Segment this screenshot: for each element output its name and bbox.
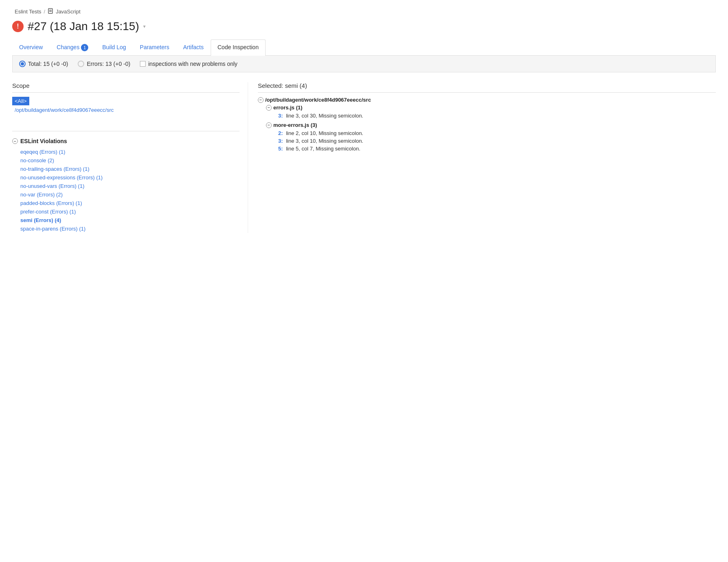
tree-issue: 3: line 3, col 10, Missing semicolon. (278, 137, 716, 145)
violation-item[interactable]: no-var (Errors) (2) (12, 190, 240, 199)
tabs-bar: Overview Changes1 Build Log Parameters A… (12, 39, 716, 56)
issue-line-number: 3: (278, 113, 283, 119)
issue-line-number: 5: (278, 146, 283, 152)
breadcrumb-part2: JavaScript (56, 9, 81, 15)
violation-item[interactable]: space-in-parens (Errors) (1) (12, 224, 240, 233)
tree-file-errors: − errors.js (1) 3: line 3, col 30, Missi… (266, 105, 716, 120)
violations-section: − ESLint Violations eqeqeq (Errors) (1) … (12, 131, 240, 233)
violation-item-semi[interactable]: semi (Errors) (4) (12, 216, 240, 224)
issue-text: line 3, col 10, Missing semicolon. (286, 138, 363, 144)
total-label: Total: 15 (+0 -0) (28, 61, 68, 67)
violations-list: eqeqeq (Errors) (1) no-console (2) no-tr… (12, 148, 240, 233)
tree-file-more-errors-collapse-icon[interactable]: − (266, 122, 272, 128)
tree-issue: 2: line 2, col 10, Missing semicolon. (278, 129, 716, 137)
tree-issue: 3: line 3, col 30, Missing semicolon. (278, 112, 716, 120)
new-problems-checkbox[interactable] (140, 61, 146, 67)
page-title: #27 (18 Jan 18 15:15) (28, 20, 139, 33)
svg-rect-4 (48, 9, 52, 13)
filter-bar: Total: 15 (+0 -0) Errors: 13 (+0 -0) ins… (12, 56, 716, 72)
tree-issue: 5: line 5, col 7, Missing semicolon. (278, 145, 716, 152)
violation-item[interactable]: no-unused-vars (Errors) (1) (12, 182, 240, 190)
scope-all-item[interactable]: <All> (12, 97, 29, 105)
violation-item[interactable]: padded-blocks (Errors) (1) (12, 199, 240, 207)
left-panel: Scope <All> /opt/buildagent/work/ce8f4d9… (12, 82, 248, 233)
violations-title: ESLint Violations (20, 138, 67, 144)
breadcrumb: Eslint Tests / JavaScript (12, 8, 716, 15)
changes-badge: 1 (81, 44, 88, 51)
errors-radio[interactable] (78, 61, 84, 67)
total-radio[interactable] (19, 61, 26, 67)
errors-label: Errors: 13 (+0 -0) (87, 61, 130, 67)
tree-file-errors-collapse-icon[interactable]: − (266, 105, 272, 111)
file-icon (48, 8, 53, 15)
inspection-tree: − /opt/buildagent/work/ce8f4d9067eeecc/s… (258, 97, 716, 152)
tree-file-more-errors-header: − more-errors.js (3) (266, 122, 716, 128)
tab-artifacts[interactable]: Artifacts (176, 39, 211, 55)
issue-text: line 2, col 10, Missing semicolon. (286, 130, 363, 136)
violations-header: − ESLint Violations (12, 131, 240, 144)
violation-item[interactable]: no-unused-expressions (Errors) (1) (12, 173, 240, 182)
tree-file-errors-name: errors.js (1) (273, 105, 303, 111)
page-header: ! #27 (18 Jan 18 15:15) ▾ (12, 20, 716, 33)
tab-buildlog[interactable]: Build Log (95, 39, 133, 55)
violation-item[interactable]: no-trailing-spaces (Errors) (1) (12, 165, 240, 173)
scope-title: Scope (12, 82, 240, 93)
total-radio-group[interactable]: Total: 15 (+0 -0) (19, 61, 68, 67)
tree-file-errors-header: − errors.js (1) (266, 105, 716, 111)
tree-root-path: − /opt/buildagent/work/ce8f4d9067eeecc/s… (258, 97, 716, 103)
violation-item[interactable]: no-console (2) (12, 156, 240, 165)
scope-path-item[interactable]: /opt/buildagent/work/ce8f4d9067eeecc/src (12, 105, 240, 115)
breadcrumb-sep: / (44, 9, 46, 15)
tab-parameters[interactable]: Parameters (133, 39, 176, 55)
main-content: Scope <All> /opt/buildagent/work/ce8f4d9… (12, 82, 716, 233)
tab-changes[interactable]: Changes1 (50, 39, 95, 55)
tree-root-path-text: /opt/buildagent/work/ce8f4d9067eeecc/src (265, 97, 371, 103)
violation-item[interactable]: prefer-const (Errors) (1) (12, 207, 240, 216)
tree-root-collapse-icon[interactable]: − (258, 97, 264, 103)
errors-radio-group[interactable]: Errors: 13 (+0 -0) (78, 61, 130, 67)
tab-codeinspection[interactable]: Code Inspection (211, 39, 266, 56)
tree-file-more-errors-name: more-errors.js (3) (273, 122, 317, 128)
error-status-icon: ! (12, 21, 24, 32)
tab-overview[interactable]: Overview (12, 39, 50, 55)
tree-file-more-errors: − more-errors.js (3) 2: line 2, col 10, … (266, 122, 716, 152)
dropdown-arrow-icon[interactable]: ▾ (143, 24, 146, 29)
breadcrumb-part1[interactable]: Eslint Tests (15, 9, 41, 15)
right-panel: Selected: semi (4) − /opt/buildagent/wor… (248, 82, 716, 233)
violations-collapse-icon[interactable]: − (12, 138, 18, 144)
violation-item[interactable]: eqeqeq (Errors) (1) (12, 148, 240, 156)
selected-panel-title: Selected: semi (4) (258, 82, 716, 93)
issue-text: line 3, col 30, Missing semicolon. (286, 113, 363, 119)
new-problems-checkbox-group[interactable]: inspections with new problems only (140, 61, 237, 67)
issue-text: line 5, col 7, Missing semicolon. (286, 146, 360, 152)
issue-line-number: 3: (278, 138, 283, 144)
new-problems-label: inspections with new problems only (148, 61, 237, 67)
issue-line-number: 2: (278, 130, 283, 136)
